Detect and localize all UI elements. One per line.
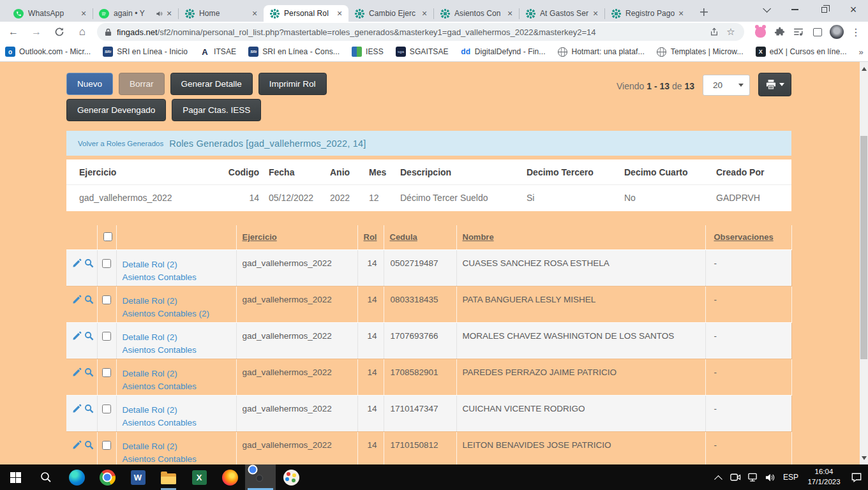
row-checkbox[interactable]: [102, 405, 111, 413]
reload-button[interactable]: [50, 23, 69, 41]
close-icon[interactable]: [334, 8, 345, 19]
bookmark-star-icon[interactable]: [722, 26, 739, 38]
share-icon[interactable]: [706, 27, 722, 36]
print-button[interactable]: [758, 73, 791, 96]
forward-button[interactable]: [27, 23, 46, 41]
view-magnifier-icon[interactable]: [84, 295, 94, 304]
th-rol[interactable]: Rol: [357, 225, 384, 249]
bookmarks-overflow-chevron[interactable]: »: [859, 47, 864, 57]
tab-spotify[interactable]: again • Y: [93, 5, 178, 22]
nuevo-button[interactable]: Nuevo: [66, 73, 113, 95]
edit-pencil-icon[interactable]: [72, 331, 82, 341]
row-checkbox[interactable]: [102, 368, 111, 377]
bookmark-hotmart[interactable]: Hotmart: una plataf...: [558, 47, 645, 57]
th-observaciones[interactable]: Observaciones: [705, 225, 791, 249]
close-icon[interactable]: [676, 8, 686, 19]
detalle-rol-link[interactable]: Detalle Rol (2): [123, 368, 236, 380]
detalle-rol-link[interactable]: Detalle Rol (2): [123, 440, 236, 453]
volver-link[interactable]: Volver a Roles Generados: [78, 140, 163, 147]
close-icon[interactable]: [250, 8, 260, 19]
asientos-contables-link[interactable]: Asientos Contables: [123, 344, 236, 357]
vertical-scrollbar[interactable]: [860, 62, 868, 464]
home-button[interactable]: [73, 23, 92, 41]
scroll-up-icon[interactable]: [860, 64, 868, 73]
bookmark-sgaitsae[interactable]: sgaSGAITSAE: [396, 47, 449, 57]
taskbar-word[interactable]: W: [123, 464, 153, 490]
th-ejercicio[interactable]: Ejercicio: [236, 225, 357, 249]
close-icon[interactable]: [79, 8, 89, 19]
asientos-contables-link[interactable]: Asientos Contables: [123, 271, 236, 284]
browser-menu-icon[interactable]: [846, 23, 865, 41]
notification-center-icon[interactable]: [845, 464, 868, 490]
tab-audio-icon[interactable]: [156, 10, 163, 17]
bookmark-itsae[interactable]: AITSAE: [200, 47, 236, 57]
asientos-contables-link[interactable]: Asientos Contables: [123, 380, 236, 393]
taskbar-firefox[interactable]: [214, 464, 245, 490]
close-icon[interactable]: [164, 8, 174, 19]
bookmark-iess[interactable]: IESS: [352, 47, 384, 57]
edit-pencil-icon[interactable]: [72, 368, 82, 377]
bookmark-digitaldefynd[interactable]: ddDigitalDefynd - Fin...: [461, 47, 546, 57]
edit-pencil-icon[interactable]: [72, 404, 82, 413]
close-icon[interactable]: [419, 8, 430, 19]
media-toolbar-icon[interactable]: [789, 23, 808, 41]
scroll-down-icon[interactable]: [860, 453, 868, 463]
view-magnifier-icon[interactable]: [84, 368, 94, 377]
row-checkbox[interactable]: [102, 441, 111, 450]
network-icon[interactable]: [744, 464, 761, 490]
taskbar-file-explorer[interactable]: [153, 464, 184, 490]
detalle-rol-link[interactable]: Detalle Rol (2): [123, 331, 236, 344]
borrar-button[interactable]: Borrar: [119, 73, 165, 95]
edit-pencil-icon[interactable]: [72, 295, 82, 304]
tab-search-chevron[interactable]: [751, 0, 780, 19]
edit-pencil-icon[interactable]: [72, 440, 82, 450]
close-icon[interactable]: [590, 8, 601, 19]
detalle-rol-link[interactable]: Detalle Rol (2): [123, 295, 236, 308]
pagar-ctas-iess-button[interactable]: Pagar Ctas. IESS: [172, 99, 261, 121]
imprimir-rol-button[interactable]: Imprimir Rol: [258, 73, 327, 95]
select-all-checkbox[interactable]: [103, 232, 112, 241]
tab-home[interactable]: Home: [179, 5, 264, 22]
taskbar-search-button[interactable]: [31, 464, 61, 490]
view-magnifier-icon[interactable]: [84, 331, 94, 341]
row-checkbox[interactable]: [102, 295, 111, 304]
volume-icon[interactable]: [761, 464, 779, 490]
taskbar-excel[interactable]: X: [184, 464, 214, 490]
view-magnifier-icon[interactable]: [84, 440, 94, 450]
profile-avatar[interactable]: [827, 23, 846, 41]
extensions-puzzle-icon[interactable]: [770, 23, 789, 41]
meet-now-icon[interactable]: [727, 464, 744, 490]
back-button[interactable]: [4, 23, 23, 41]
start-button[interactable]: [0, 464, 31, 490]
close-icon[interactable]: [505, 8, 515, 19]
bookmark-outlook[interactable]: oOutlook.com - Micr...: [5, 47, 91, 57]
tab-asientos-contables[interactable]: Asientos Con: [434, 5, 519, 22]
close-window-button[interactable]: [839, 0, 868, 19]
taskbar-paint[interactable]: [276, 464, 306, 490]
tab-at-gastos[interactable]: At Gastos Ser: [520, 5, 604, 22]
th-nombre[interactable]: Nombre: [456, 225, 705, 249]
tab-whatsapp[interactable]: WhatsApp: [8, 5, 93, 22]
detalle-rol-link[interactable]: Detalle Rol (2): [123, 258, 236, 271]
tab-registro-pago[interactable]: Registro Pago: [605, 5, 690, 22]
sidebar-icon[interactable]: [808, 23, 827, 41]
row-checkbox[interactable]: [102, 259, 111, 268]
tray-expand-chevron[interactable]: [710, 464, 727, 490]
bookmark-templates[interactable]: Templates | Microw...: [657, 47, 744, 57]
edit-pencil-icon[interactable]: [72, 258, 82, 268]
tab-cambio-ejercicio[interactable]: Cambio Ejerc: [348, 5, 433, 22]
taskbar-chrome-active[interactable]: [245, 464, 276, 490]
asientos-contables-link[interactable]: Asientos Contables: [123, 453, 236, 465]
url-text[interactable]: fingads.net/sf2/nomina/personal_rol_list…: [117, 27, 706, 37]
view-magnifier-icon[interactable]: [84, 404, 94, 413]
row-checkbox[interactable]: [102, 332, 111, 341]
generar-detalle-button[interactable]: Generar Detalle: [170, 73, 253, 95]
view-magnifier-icon[interactable]: [84, 258, 94, 268]
restore-button[interactable]: [809, 0, 839, 19]
detalle-rol-link[interactable]: Detalle Rol (2): [123, 404, 236, 417]
new-tab-button[interactable]: [695, 3, 713, 21]
bookmark-edx[interactable]: XedX | Cursos en líne...: [756, 47, 847, 57]
page-size-select[interactable]: 20: [703, 75, 750, 96]
bookmark-sri-inicio[interactable]: SRiSRI en Línea - Inicio: [103, 47, 188, 57]
asientos-contables-link[interactable]: Asientos Contables: [123, 417, 236, 429]
